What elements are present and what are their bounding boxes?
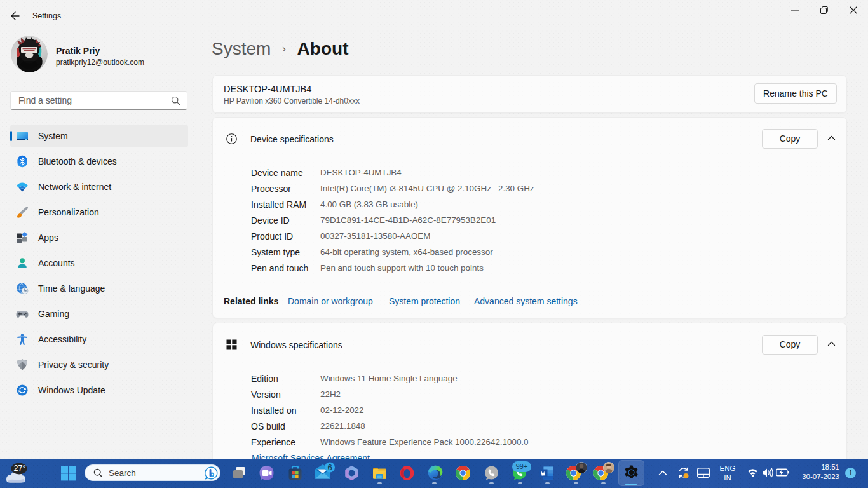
svg-text:6: 6 xyxy=(327,463,332,472)
